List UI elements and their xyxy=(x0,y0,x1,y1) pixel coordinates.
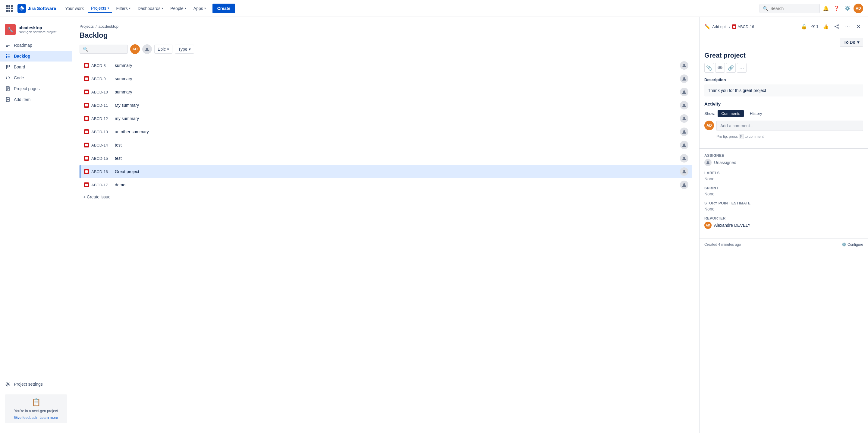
grid-menu[interactable] xyxy=(5,4,14,13)
grid-icon[interactable] xyxy=(5,4,14,13)
assignee-avatar xyxy=(680,101,688,110)
issue-row-abcd12[interactable]: ABCD-12 my summary xyxy=(80,112,692,125)
nav-your-work[interactable]: Your work xyxy=(62,4,87,13)
sidebar-item-roadmap[interactable]: Roadmap xyxy=(0,40,72,51)
breadcrumb-sep: / xyxy=(730,24,731,29)
issue-row-abcd15[interactable]: ABCD-15 test xyxy=(80,152,692,165)
reporter-name[interactable]: Alexandre DEVELY xyxy=(714,223,750,228)
assignee-value[interactable]: Unassigned xyxy=(714,160,736,165)
projects-chevron-icon: ▾ xyxy=(107,6,109,10)
user-avatar[interactable]: AD xyxy=(854,4,863,13)
show-label: Show: xyxy=(704,111,715,116)
issue-row-abcd14[interactable]: ABCD-14 test xyxy=(80,138,692,152)
sidebar-item-add-item[interactable]: Add item xyxy=(0,94,72,105)
issue-row-abcd17[interactable]: ABCD-17 demo xyxy=(80,178,692,192)
svg-rect-4 xyxy=(6,54,7,55)
issue-type-icon xyxy=(84,103,89,108)
sidebar-item-project-settings[interactable]: Project settings xyxy=(0,379,72,389)
activity-header: Activity xyxy=(704,101,863,107)
nav-apps[interactable]: Apps ▾ xyxy=(190,4,209,13)
svg-line-36 xyxy=(836,27,838,28)
help-button[interactable]: ❓ xyxy=(832,4,841,13)
notifications-button[interactable]: 🔔 xyxy=(821,4,831,13)
add-epic-link[interactable]: Add epic xyxy=(712,24,727,29)
type-filter[interactable]: Type ▾ xyxy=(175,45,194,54)
epic-filter[interactable]: Epic ▾ xyxy=(154,45,173,54)
comment-input[interactable]: Add a comment... xyxy=(716,121,863,131)
sidebar-label-backlog: Backlog xyxy=(14,54,30,58)
settings-button[interactable]: ⚙️ xyxy=(843,4,852,13)
labels-value[interactable]: None xyxy=(704,176,714,181)
attach-button[interactable]: 📎 xyxy=(704,63,714,73)
share-button[interactable] xyxy=(832,22,841,31)
svg-point-34 xyxy=(838,27,839,29)
sprint-value[interactable]: None xyxy=(704,192,714,196)
issue-row-abcd13[interactable]: ABCD-13 an other summary xyxy=(80,125,692,138)
next-gen-text: You're in a next-gen project xyxy=(8,409,64,413)
logo[interactable]: Jira Software xyxy=(18,4,56,13)
sidebar-label-board: Board xyxy=(14,64,25,69)
assignee-avatar xyxy=(680,181,688,189)
svg-rect-11 xyxy=(7,65,8,67)
type-chevron-icon: ▾ xyxy=(189,47,191,52)
backlog-search[interactable]: 🔍 xyxy=(80,45,128,54)
sidebar-item-backlog[interactable]: Backlog xyxy=(0,51,72,61)
detail-footer: Created 4 minutes ago ⚙️ Configure xyxy=(700,238,868,250)
breadcrumb-projects[interactable]: Projects xyxy=(80,24,94,29)
lock-button[interactable]: 🔒 xyxy=(799,22,809,31)
detail-actions: 🔒 👁 1 👍 ⋯ ✕ xyxy=(799,22,863,31)
child-issues-button[interactable] xyxy=(715,63,725,73)
more-button[interactable]: ⋯ xyxy=(843,22,852,31)
close-button[interactable]: ✕ xyxy=(854,22,863,31)
issue-row-abcd16[interactable]: ABCD-16 Great project xyxy=(80,165,692,178)
sprint-field: Sprint None xyxy=(704,186,863,196)
give-feedback-link[interactable]: Give feedback xyxy=(14,415,37,420)
nav-filters[interactable]: Filters ▾ xyxy=(113,4,133,13)
avatar-filter-ad[interactable]: AD xyxy=(130,44,140,54)
more-toolbar-button[interactable]: ⋯ xyxy=(737,63,747,73)
detail-issue-key[interactable]: ABCD-16 xyxy=(738,24,754,29)
search-input[interactable] xyxy=(770,6,816,11)
avatar-filter-other[interactable] xyxy=(142,44,152,54)
create-button[interactable]: Create xyxy=(213,4,236,13)
comments-tab[interactable]: Comments xyxy=(718,110,744,117)
issue-type-icon xyxy=(84,76,89,81)
status-button[interactable]: To Do ▾ xyxy=(840,38,863,47)
issue-row-abcd9[interactable]: ABCD-9 summary xyxy=(80,72,692,85)
sidebar-item-project-pages[interactable]: Project pages xyxy=(0,83,72,94)
dashboards-chevron-icon: ▾ xyxy=(161,7,163,10)
create-issue-button[interactable]: + Create issue xyxy=(80,192,692,202)
svg-point-20 xyxy=(7,383,9,385)
nav-projects[interactable]: Projects ▾ xyxy=(88,4,112,13)
filters-bar: 🔍 AD Epic ▾ Type ▾ xyxy=(80,44,692,54)
configure-icon: ⚙️ xyxy=(842,242,846,247)
watch-button[interactable]: 👁 1 xyxy=(810,22,820,31)
add-item-icon xyxy=(5,96,11,103)
learn-more-link[interactable]: Learn more xyxy=(39,415,58,420)
nav-dashboards[interactable]: Dashboards ▾ xyxy=(135,4,166,13)
unassigned-avatar xyxy=(704,159,712,166)
issue-row-abcd8[interactable]: ABCD-8 summary xyxy=(80,59,692,72)
svg-line-35 xyxy=(836,25,838,26)
nav-people[interactable]: People ▾ xyxy=(167,4,189,13)
story-points-value[interactable]: None xyxy=(704,206,714,211)
link-button[interactable]: 🔗 xyxy=(726,63,736,73)
main-content: Projects / abcdesktop Backlog 🔍 AD Epic … xyxy=(72,17,699,433)
history-tab[interactable]: History xyxy=(746,110,766,117)
issue-row-abcd11[interactable]: ABCD-11 My summary xyxy=(80,98,692,112)
backlog-icon xyxy=(5,53,11,59)
configure-button[interactable]: ⚙️ Configure xyxy=(842,242,863,247)
page-title: Backlog xyxy=(80,31,692,39)
story-points-field: Story point estimate None xyxy=(704,201,863,211)
issue-row-abcd10[interactable]: ABCD-10 summary xyxy=(80,85,692,98)
assignee-avatar xyxy=(680,167,688,176)
detail-body: Great project 📎 🔗 ⋯ Description Thank yo… xyxy=(700,47,868,148)
breadcrumb-project[interactable]: abcdesktop xyxy=(98,24,119,29)
sidebar-item-board[interactable]: Board xyxy=(0,61,72,73)
sidebar-item-code[interactable]: Code xyxy=(0,73,72,83)
next-gen-emoji: 📋 xyxy=(8,398,64,406)
search-box[interactable]: 🔍 xyxy=(760,4,820,13)
detail-panel: ✏️ Add epic / ABCD-16 🔒 👁 1 👍 xyxy=(699,17,868,433)
sidebar-label-code: Code xyxy=(14,76,24,80)
thumbsup-button[interactable]: 👍 xyxy=(821,22,831,31)
